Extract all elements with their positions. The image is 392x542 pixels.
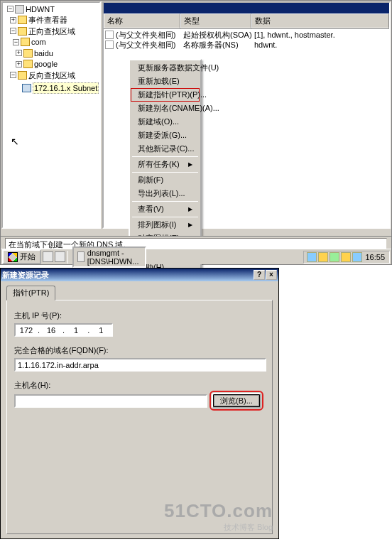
folder-icon	[18, 16, 27, 24]
dns-mmc-window: −HDWNT +事件查看器 −正向查找区域 −com +baidu +googl…	[0, 0, 392, 265]
ip-octet-3[interactable]	[65, 325, 87, 335]
folder-icon	[23, 60, 33, 68]
app-icon	[77, 251, 85, 262]
label: 正向查找区域	[28, 26, 75, 36]
cell: [1], hdwnt., hostmaster.	[254, 30, 388, 40]
taskbar-item-dnsmgmt[interactable]: dnsmgmt - [DNS\HDWN...	[72, 246, 146, 268]
tree-baidu[interactable]: +baidu	[14, 48, 55, 58]
watermark-logo: 51CTO.com	[164, 500, 273, 522]
tree-event-viewer[interactable]: +事件查看器	[9, 15, 69, 25]
list-title	[104, 3, 389, 13]
tree-root-label: HDWNT	[26, 4, 55, 14]
ip-octet-1[interactable]	[16, 325, 37, 335]
menu-new-domain[interactable]: 新建域(O)...	[131, 115, 200, 129]
titlebar[interactable]: 新建资源记录 ? ×	[1, 269, 278, 281]
list-row[interactable]: (与父文件夹相同) 名称服务器(NS) hdwnt.	[104, 40, 389, 50]
menu-export-list[interactable]: 导出列表(L)...	[131, 187, 200, 200]
tab-ptr[interactable]: 指针(PTR)	[6, 286, 55, 300]
task-label: dnsmgmt - [DNS\HDWN...	[87, 249, 141, 266]
label: 反向查找区域	[28, 70, 75, 80]
tree-pane[interactable]: −HDWNT +事件查看器 −正向查找区域 −com +baidu +googl…	[1, 1, 101, 229]
windows-flag-icon	[8, 252, 18, 262]
tree-subnet[interactable]: 172.16.1.x Subnet	[11, 82, 100, 94]
help-button[interactable]: ?	[254, 270, 265, 280]
menu-view[interactable]: 查看(V)▶	[131, 202, 200, 216]
watermark: 51CTO.com 技术博客 Blog	[164, 500, 273, 533]
folder-icon	[18, 27, 27, 36]
submenu-arrow-icon: ▶	[188, 222, 192, 228]
host-input[interactable]	[14, 394, 207, 408]
folder-icon	[23, 49, 33, 58]
ip-input[interactable]: . . .	[14, 323, 113, 337]
label: google	[34, 59, 58, 69]
tray-icon[interactable]	[330, 252, 339, 262]
cell: hdwnt.	[254, 40, 388, 50]
tray-icon[interactable]	[341, 252, 351, 262]
folder-icon	[21, 38, 30, 46]
tree-forward-zone[interactable]: −正向查找区域	[9, 26, 77, 36]
menu-reload[interactable]: 重新加载(E)	[131, 75, 200, 88]
tree-reverse-zone[interactable]: −反向查找区域	[9, 70, 77, 80]
new-resource-record-dialog: 新建资源记录 ? × 指针(PTR) 主机 IP 号(P): . . . 完全合…	[0, 268, 279, 539]
watermark-sub: 技术博客 Blog	[164, 522, 273, 533]
menu-update-server-data[interactable]: 更新服务器数据文件(U)	[131, 61, 200, 75]
list-row[interactable]: (与父文件夹相同) 起始授权机构(SOA) [1], hdwnt., hostm…	[104, 30, 389, 40]
taskbar: 开始 dnsmgmt - [DNS\HDWN... 16:55	[1, 249, 391, 264]
status-bar: 在当前域下创建一个新的 DNS 域。	[1, 236, 391, 249]
record-icon	[105, 40, 114, 49]
folder-icon	[18, 71, 27, 80]
host-label: 主机名(H):	[14, 380, 265, 391]
menu-other-new-record[interactable]: 其他新记录(C)...	[131, 142, 200, 156]
menu-new-ptr[interactable]: 新建指针(PTR)(P)...	[131, 88, 200, 102]
tray-icon[interactable]	[307, 252, 317, 262]
submenu-arrow-icon: ▶	[188, 161, 192, 168]
menu-sep	[132, 201, 198, 202]
menu-all-tasks[interactable]: 所有任务(K)▶	[131, 158, 200, 171]
menu-sep	[132, 172, 198, 173]
tree-com[interactable]: −com	[11, 37, 48, 47]
start-label: 开始	[20, 251, 36, 262]
record-icon	[105, 31, 114, 39]
col-type[interactable]: 类型	[180, 13, 251, 28]
server-icon	[15, 5, 24, 13]
tray-icon[interactable]	[318, 252, 328, 262]
tray-icon[interactable]	[352, 252, 362, 262]
start-button[interactable]: 开始	[2, 249, 41, 264]
fqdn-input[interactable]	[14, 358, 266, 372]
close-button[interactable]: ×	[266, 270, 277, 280]
divider	[67, 251, 68, 264]
browse-button[interactable]: 浏览(B)...	[212, 393, 261, 408]
label: baidu	[34, 48, 53, 58]
dialog-title: 新建资源记录	[2, 270, 49, 281]
quicklaunch-desktop-icon[interactable]	[55, 251, 65, 262]
system-tray: 16:55	[303, 251, 390, 264]
label: 172.16.1.x Subnet	[33, 82, 99, 94]
menu-sep	[132, 156, 198, 157]
column-headers[interactable]: 名称 类型 数据	[104, 13, 389, 29]
menu-new-cname[interactable]: 新建别名(CNAME)(A)...	[131, 102, 200, 115]
cell: 起始授权机构(SOA)	[183, 30, 254, 40]
clock[interactable]: 16:55	[364, 253, 386, 261]
col-data[interactable]: 数据	[251, 13, 389, 28]
ip-octet-4[interactable]	[90, 325, 111, 335]
col-name[interactable]: 名称	[104, 13, 180, 28]
ip-label: 主机 IP 号(P):	[14, 310, 265, 321]
tab-panel: 主机 IP 号(P): . . . 完全合格的域名(FQDN)(F): 主机名(…	[6, 300, 273, 534]
label: 事件查看器	[28, 15, 67, 25]
menu-refresh[interactable]: 刷新(F)	[131, 173, 200, 187]
ip-octet-2[interactable]	[40, 325, 62, 335]
tree-google[interactable]: +google	[14, 59, 59, 69]
zone-icon	[22, 84, 31, 92]
tree-root[interactable]: −HDWNT	[6, 4, 56, 14]
cell: 名称服务器(NS)	[183, 40, 254, 50]
submenu-arrow-icon: ▶	[188, 206, 192, 212]
label: com	[31, 37, 46, 47]
cell: (与父文件夹相同)	[116, 30, 175, 40]
fqdn-label: 完全合格的域名(FQDN)(F):	[14, 345, 265, 356]
quicklaunch-ie-icon[interactable]	[43, 251, 53, 262]
cell: (与父文件夹相同)	[116, 40, 175, 50]
menu-sep	[132, 217, 198, 217]
menu-new-delegation[interactable]: 新建委派(G)...	[131, 129, 200, 142]
menu-arrange-icons[interactable]: 排列图标(I)▶	[131, 218, 200, 232]
